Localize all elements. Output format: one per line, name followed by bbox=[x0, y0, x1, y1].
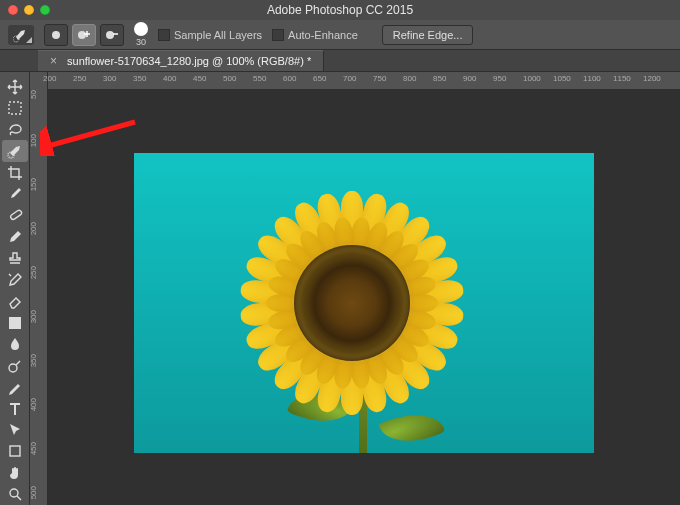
bandaid-icon bbox=[7, 207, 23, 223]
healing-tool[interactable] bbox=[2, 205, 28, 226]
document-tab-bar: × sunflower-5170634_1280.jpg @ 100% (RGB… bbox=[0, 50, 680, 72]
ruler-tick: 450 bbox=[193, 74, 206, 83]
ruler-tick: 400 bbox=[163, 74, 176, 83]
hand-icon bbox=[7, 465, 23, 481]
auto-enhance-checkbox[interactable]: Auto-Enhance bbox=[272, 29, 358, 41]
history-brush-tool[interactable] bbox=[2, 269, 28, 290]
sample-all-layers-label: Sample All Layers bbox=[174, 29, 262, 41]
ruler-tick: 350 bbox=[133, 74, 146, 83]
subtract-selection-button[interactable] bbox=[100, 24, 124, 46]
crop-tool[interactable] bbox=[2, 162, 28, 183]
stamp-tool[interactable] bbox=[2, 248, 28, 269]
svg-point-1 bbox=[52, 31, 60, 39]
zoom-tool[interactable] bbox=[2, 484, 28, 505]
move-tool[interactable] bbox=[2, 76, 28, 97]
maximize-window-icon[interactable] bbox=[40, 5, 50, 15]
document-tab-label: sunflower-5170634_1280.jpg @ 100% (RGB/8… bbox=[67, 55, 311, 67]
brush-tool[interactable] bbox=[2, 226, 28, 247]
sunflower-center bbox=[294, 245, 410, 361]
brush-size-value: 30 bbox=[136, 37, 146, 47]
rect-icon bbox=[7, 443, 23, 459]
quick-select-tool[interactable] bbox=[2, 140, 28, 161]
gradient-icon bbox=[7, 315, 23, 331]
refine-edge-button[interactable]: Refine Edge... bbox=[382, 25, 474, 45]
sample-all-layers-checkbox[interactable]: Sample All Layers bbox=[158, 29, 262, 41]
gradient-tool[interactable] bbox=[2, 312, 28, 333]
ruler-tick: 1000 bbox=[523, 74, 541, 83]
checkbox-icon bbox=[272, 29, 284, 41]
svg-point-8 bbox=[9, 364, 17, 372]
app-title: Adobe Photoshop CC 2015 bbox=[267, 3, 413, 17]
eraser-icon bbox=[7, 293, 23, 309]
ruler-tick: 750 bbox=[373, 74, 386, 83]
eraser-tool[interactable] bbox=[2, 291, 28, 312]
path-select-tool[interactable] bbox=[2, 419, 28, 440]
ruler-tick: 550 bbox=[253, 74, 266, 83]
new-selection-button[interactable] bbox=[44, 24, 68, 46]
svg-point-2 bbox=[78, 31, 86, 39]
options-bar: 30 Sample All Layers Auto-Enhance Refine… bbox=[0, 20, 680, 50]
ruler-tick: 950 bbox=[493, 74, 506, 83]
document-tab[interactable]: × sunflower-5170634_1280.jpg @ 100% (RGB… bbox=[38, 50, 324, 71]
ruler-tick: 900 bbox=[463, 74, 476, 83]
ruler-tick: 1150 bbox=[613, 74, 631, 83]
vertical-ruler: 50100150200250300350400450500 bbox=[30, 72, 48, 505]
blur-tool[interactable] bbox=[2, 333, 28, 354]
stamp-icon bbox=[7, 250, 23, 266]
ruler-tick: 50 bbox=[30, 90, 47, 99]
type-tool[interactable] bbox=[2, 398, 28, 419]
marquee-icon bbox=[7, 100, 23, 116]
auto-enhance-label: Auto-Enhance bbox=[288, 29, 358, 41]
pen-tool[interactable] bbox=[2, 376, 28, 397]
horizontal-ruler: 2002503003504004505005506006507007508008… bbox=[48, 72, 680, 90]
minimize-window-icon[interactable] bbox=[24, 5, 34, 15]
blur-icon bbox=[7, 336, 23, 352]
pathsel-icon bbox=[7, 422, 23, 438]
sunflower bbox=[232, 183, 472, 423]
quick-select-icon bbox=[13, 27, 29, 43]
titlebar: Adobe Photoshop CC 2015 bbox=[0, 0, 680, 20]
window-controls bbox=[8, 5, 50, 15]
ruler-tick: 700 bbox=[343, 74, 356, 83]
checkbox-icon bbox=[158, 29, 170, 41]
active-tool-indicator[interactable] bbox=[8, 25, 34, 45]
hand-tool[interactable] bbox=[2, 462, 28, 483]
tool-strip bbox=[0, 72, 30, 505]
brush-plus-icon bbox=[77, 28, 91, 42]
ruler-tick: 500 bbox=[30, 486, 47, 499]
svg-rect-6 bbox=[9, 210, 22, 221]
ruler-tick: 300 bbox=[30, 310, 47, 323]
lasso-icon bbox=[7, 122, 23, 138]
crop-icon bbox=[7, 165, 23, 181]
rectangle-tool[interactable] bbox=[2, 441, 28, 462]
histbrush-icon bbox=[7, 272, 23, 288]
lasso-tool[interactable] bbox=[2, 119, 28, 140]
ruler-tick: 850 bbox=[433, 74, 446, 83]
ruler-tick: 150 bbox=[30, 178, 47, 191]
close-tab-icon[interactable]: × bbox=[50, 54, 57, 68]
wand-icon bbox=[7, 143, 23, 159]
ruler-tick: 450 bbox=[30, 442, 47, 455]
ruler-tick: 200 bbox=[30, 222, 47, 235]
ruler-tick: 1200 bbox=[643, 74, 661, 83]
type-icon bbox=[7, 401, 23, 417]
svg-point-3 bbox=[106, 31, 114, 39]
ruler-tick: 650 bbox=[313, 74, 326, 83]
ruler-tick: 100 bbox=[30, 134, 47, 147]
canvas-viewport[interactable] bbox=[48, 90, 680, 505]
svg-rect-7 bbox=[9, 317, 21, 329]
ruler-tick: 400 bbox=[30, 398, 47, 411]
ruler-tick: 1100 bbox=[583, 74, 601, 83]
ruler-tick: 350 bbox=[30, 354, 47, 367]
ruler-tick: 800 bbox=[403, 74, 416, 83]
brush-preview[interactable]: 30 bbox=[134, 22, 148, 47]
marquee-tool[interactable] bbox=[2, 97, 28, 118]
add-selection-button[interactable] bbox=[72, 24, 96, 46]
brush-minus-icon bbox=[105, 28, 119, 42]
close-window-icon[interactable] bbox=[8, 5, 18, 15]
image-canvas[interactable] bbox=[134, 153, 594, 453]
eyedropper-tool[interactable] bbox=[2, 183, 28, 204]
move-icon bbox=[7, 79, 23, 95]
svg-rect-4 bbox=[9, 102, 21, 114]
dodge-tool[interactable] bbox=[2, 355, 28, 376]
